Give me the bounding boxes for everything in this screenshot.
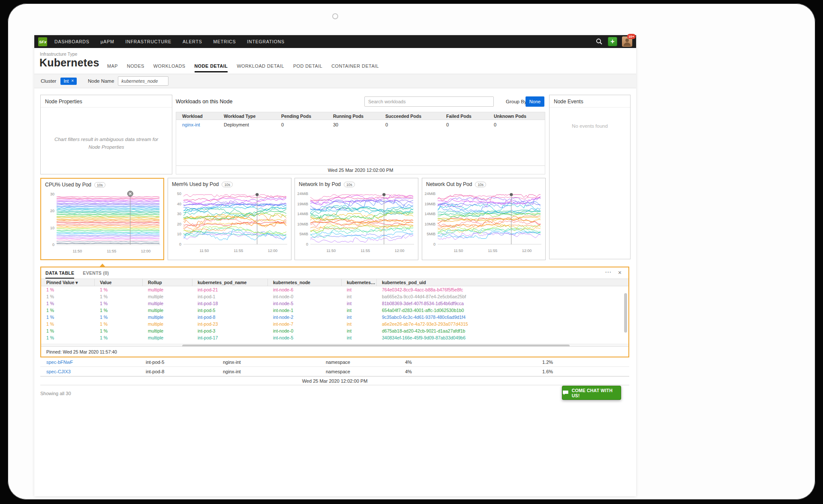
resolution-badge: 10s	[475, 182, 486, 187]
column-header-kubernetes[interactable]: kubernetes…	[342, 279, 377, 286]
column-header-kubernetes-pod-name[interactable]: kubernetes_pod_name	[192, 279, 268, 286]
chart-network-in-canvas[interactable]: 05MiB10MiB14MiB19MiB24MiB11:5011:5512:00	[295, 188, 418, 257]
svg-text:30: 30	[50, 192, 54, 196]
data-table-row[interactable]: 1 %1 %multipleint-pod-18int-node-5int81b…	[41, 300, 628, 307]
tab-workload-detail[interactable]: WORKLOAD DETAIL	[237, 63, 284, 72]
cell: 4%	[405, 357, 412, 367]
nav-item-alerts[interactable]: ALERTS	[183, 39, 202, 44]
cell: 1 %	[41, 293, 95, 300]
column-header-kubernetes-node[interactable]: kubernetes_node	[268, 279, 342, 286]
svg-text:19MiB: 19MiB	[424, 202, 436, 206]
cell: 1.2%	[542, 357, 553, 367]
nav-item-infrastructure[interactable]: INFRASTRUCTURE	[126, 39, 171, 44]
cell: multiple	[143, 300, 192, 307]
chart-card-network-out[interactable]: Network Out by Pod 10s 05MiB10MiB14MiB19…	[422, 178, 546, 260]
node-name-input[interactable]	[118, 76, 168, 86]
svg-text:10MiB: 10MiB	[297, 222, 308, 226]
nav-item-dashboards[interactable]: DASHBOARDS	[54, 39, 90, 44]
column-header-rollup[interactable]: Rollup	[143, 279, 192, 286]
chat-button-label: COME CHAT WITH US!	[572, 388, 621, 398]
chart-mem-canvas[interactable]: 0102030405011:5011:5512:00	[168, 188, 291, 257]
cell: int-pod-1	[192, 293, 268, 300]
node-name-label: Node Name	[88, 78, 114, 84]
data-table-row[interactable]: 1 %1 %multipleint-pod-3int-node-0intd675…	[41, 327, 628, 334]
chart-card-network-in[interactable]: Network In by Pod 10s 05MiB10MiB14MiB19M…	[294, 178, 418, 260]
svg-text:11:50: 11:50	[326, 249, 336, 253]
chip-remove-icon[interactable]: ×	[71, 79, 74, 83]
column-header-succeeded-pods[interactable]: Succeeded Pods	[379, 112, 440, 120]
vertical-scrollbar-thumb[interactable]	[624, 293, 627, 333]
chart-card-mem[interactable]: Mem% Used by Pod 10s 0102030405011:5011:…	[168, 178, 291, 260]
tab-events[interactable]: EVENTS (0)	[83, 267, 109, 279]
svg-text:11:50: 11:50	[454, 249, 463, 253]
data-table-row[interactable]: 1 %1 %multipleint-pod-5int-node-1int654a…	[41, 307, 628, 314]
tab-workloads[interactable]: WORKLOADS	[153, 63, 186, 72]
column-header-pending-pods[interactable]: Pending Pods	[275, 112, 327, 120]
avatar[interactable]: 10+	[622, 36, 632, 47]
data-table-row[interactable]: 1 %1 %multipleint-pod-23int-node-7inta6e…	[41, 321, 628, 327]
sfx-logo[interactable]: SFx	[38, 37, 47, 46]
data-table-row[interactable]: 1 %1 %multipleint-pod-1int-node-0intba66…	[41, 293, 628, 300]
tab-nodes[interactable]: NODES	[127, 63, 144, 72]
cell: 1 %	[41, 307, 95, 314]
data-table-row[interactable]: 1 %1 %multipleint-pod-17int-node-5int340…	[41, 334, 628, 341]
tab-pod-detail[interactable]: POD DETAIL	[293, 63, 322, 72]
add-button[interactable]: +	[608, 37, 617, 46]
chat-button[interactable]: COME CHAT WITH US!	[562, 386, 621, 400]
column-header-workload-type[interactable]: Workload Type	[218, 112, 275, 120]
cell: 1 %	[95, 300, 143, 307]
svg-text:5MiB: 5MiB	[299, 232, 308, 236]
svg-text:50: 50	[177, 192, 181, 196]
nav-item-integrations[interactable]: INTEGRATIONS	[247, 39, 285, 44]
column-header-unknown-pods[interactable]: Unknown Pods	[488, 112, 545, 120]
notification-badge[interactable]: 10+	[627, 34, 636, 39]
workloads-timestamp: Wed 25 Mar 2020 12:02:00 PM	[176, 165, 545, 174]
cell: 764e0342-8cc9-4acc-b88a-b476f5f5e8fc	[377, 286, 628, 293]
cell: 1.6%	[542, 367, 553, 376]
tab-container-detail[interactable]: CONTAINER DETAIL	[331, 63, 379, 72]
cell: 1 %	[95, 307, 143, 314]
workload-link[interactable]: nginx-int	[176, 120, 218, 129]
column-header-value[interactable]: Value	[95, 279, 143, 286]
data-table-row[interactable]: 1 %1 %multipleint-pod-21int-node-6int764…	[41, 286, 628, 293]
tablet-frame: SFx DASHBOARDSµAPMINFRASTRUCTUREALERTSME…	[8, 3, 815, 500]
nav-item-metrics[interactable]: METRICS	[213, 39, 236, 44]
pod-table-row[interactable]: spec-bFNwFint-pod-5nginx-intnamespace4%1…	[40, 357, 629, 367]
tab-node-detail[interactable]: NODE DETAIL	[195, 63, 228, 72]
group-by-button[interactable]: None	[526, 96, 544, 107]
pod-table-row[interactable]: spec-CJIX3int-pod-8nginx-intnamespace4%1…	[40, 367, 629, 376]
column-header-running-pods[interactable]: Running Pods	[327, 112, 379, 120]
svg-text:14MiB: 14MiB	[424, 212, 436, 216]
tab-data-table[interactable]: DATA TABLE	[45, 267, 74, 279]
column-header-failed-pods[interactable]: Failed Pods	[440, 112, 488, 120]
workloads-search-input[interactable]	[364, 96, 494, 107]
data-table-row[interactable]: 1 %1 %multipleint-pod-8int-node-2int9c35…	[41, 314, 628, 321]
chart-header: Network In by Pod 10s	[295, 178, 418, 187]
chart-network-out-canvas[interactable]: 05MiB10MiB14MiB19MiB24MiB11:5011:5512:00	[422, 188, 545, 257]
cell: multiple	[143, 293, 192, 300]
nav-item-apm[interactable]: µAPM	[101, 39, 114, 44]
column-header-kubernetes-pod-uid[interactable]: kubernetes_pod_uid	[377, 279, 628, 286]
cell: 340834ef-166e-45f9-9d09-87ab33d049b6	[377, 334, 628, 341]
search-icon[interactable]	[595, 38, 603, 45]
cell: nginx-int	[223, 367, 241, 376]
chart-title: Network In by Pod	[299, 181, 341, 187]
cell: namespace	[326, 367, 350, 376]
cluster-chip[interactable]: Int ×	[60, 78, 77, 85]
chart-card-cpu[interactable]: CPU% Used by Pod 10s 010203011:5011:5512…	[40, 178, 164, 260]
table-row[interactable]: nginx-intDeployment030000	[176, 120, 545, 129]
spec-link[interactable]: spec-CJIX3	[46, 367, 71, 376]
cell: int-node-6	[268, 286, 342, 293]
column-header-workload[interactable]: Workload	[176, 112, 218, 120]
spec-link[interactable]: spec-bFNwF	[46, 357, 73, 367]
more-options-icon[interactable]: ⋯	[605, 268, 611, 276]
close-icon[interactable]: ×	[618, 269, 622, 276]
node-properties-panel: Node Properties Chart filters result in …	[40, 95, 172, 174]
tab-map[interactable]: MAP	[107, 63, 118, 72]
cell: d675ab18-ad20-42cb-9021-d1aa27afdf1b	[377, 327, 628, 334]
cell: int	[342, 321, 377, 327]
cell: a6e2ee26-ab7e-4a72-93e3-293a077d4315	[377, 321, 628, 327]
chart-title: CPU% Used by Pod	[45, 182, 91, 188]
chart-cpu-canvas[interactable]: 010203011:5011:5512:00	[41, 188, 163, 258]
column-header-pinned-value[interactable]: Pinned Value ▾	[41, 279, 95, 286]
